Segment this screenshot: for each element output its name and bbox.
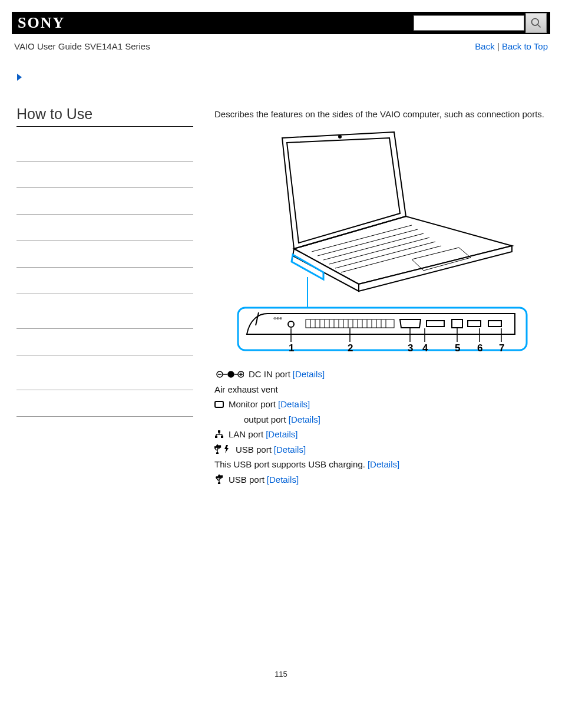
port-lan: LAN port [Details] xyxy=(214,427,550,442)
top-nav-links: Back | Back to Top xyxy=(475,41,548,51)
details-link[interactable]: [Details] xyxy=(293,367,325,382)
port-label: Air exhaust vent xyxy=(214,382,278,397)
details-link[interactable]: [Details] xyxy=(278,397,310,412)
svg-line-6 xyxy=(329,238,429,264)
back-to-top-link[interactable]: Back to Top xyxy=(502,41,548,51)
sidebar-item[interactable] xyxy=(16,294,193,329)
port-usb-charging-note: This USB port supports USB charging. [De… xyxy=(214,457,550,472)
port-air-exhaust: Air exhaust vent xyxy=(214,382,550,397)
svg-rect-50 xyxy=(215,401,223,407)
port-label: This USB port supports USB charging. xyxy=(214,457,365,472)
sidebar-item[interactable] xyxy=(16,268,193,294)
port-label: USB port xyxy=(236,442,272,457)
sidebar-item[interactable] xyxy=(16,355,193,390)
callout-3: 3 xyxy=(408,342,413,354)
search-button[interactable] xyxy=(525,13,547,33)
svg-point-63 xyxy=(219,483,220,485)
port-dc-in: DC IN port [Details] xyxy=(214,367,550,382)
sidebar-item[interactable] xyxy=(16,390,193,417)
details-link[interactable]: [Details] xyxy=(368,457,399,472)
search-icon xyxy=(530,17,542,29)
details-link[interactable]: [Details] xyxy=(289,412,320,427)
callout-4: 4 xyxy=(422,342,428,354)
sidebar-item[interactable] xyxy=(16,329,193,355)
callout-5: 5 xyxy=(455,342,460,354)
port-list: DC IN port [Details] Air exhaust vent Mo… xyxy=(214,367,550,487)
sidebar-heading: How to Use xyxy=(16,106,193,127)
callout-7: 7 xyxy=(499,342,504,354)
svg-point-0 xyxy=(532,19,539,26)
details-link[interactable]: [Details] xyxy=(267,472,299,487)
sidebar-item[interactable] xyxy=(16,188,193,215)
svg-line-5 xyxy=(323,233,424,260)
svg-point-2 xyxy=(339,136,341,138)
usb-charge-icon xyxy=(214,444,233,454)
chevron-right-icon xyxy=(15,73,550,82)
details-link[interactable]: [Details] xyxy=(266,427,297,442)
header-bar: SONY xyxy=(12,12,550,34)
monitor-icon xyxy=(214,401,226,408)
laptop-diagram: ⊖⊕⊕ xyxy=(235,131,530,355)
sidebar-item[interactable] xyxy=(16,215,193,241)
port-label: USB port xyxy=(229,472,265,487)
port-monitor: Monitor port [Details] xyxy=(214,397,550,412)
main-content: Describes the features on the sides of t… xyxy=(198,106,550,487)
usb-icon xyxy=(214,475,226,484)
sony-logo: SONY xyxy=(15,14,65,32)
guide-title: VAIO User Guide SVE14A1 Series xyxy=(14,41,150,51)
svg-rect-61 xyxy=(219,446,221,447)
sidebar-item[interactable] xyxy=(16,241,193,268)
svg-text:⊖⊕⊕: ⊖⊕⊕ xyxy=(273,317,282,320)
svg-rect-52 xyxy=(215,436,217,438)
sidebar-item[interactable] xyxy=(16,162,193,188)
svg-rect-51 xyxy=(218,430,220,433)
sidebar-item[interactable] xyxy=(16,135,193,162)
details-link[interactable]: [Details] xyxy=(274,442,306,457)
callout-1: 1 xyxy=(289,342,294,354)
svg-point-59 xyxy=(217,453,219,454)
callout-2: 2 xyxy=(348,342,353,354)
search-area xyxy=(414,13,547,33)
svg-rect-53 xyxy=(221,436,223,438)
svg-point-45 xyxy=(228,371,234,377)
svg-rect-65 xyxy=(221,476,223,477)
dc-in-icon xyxy=(214,370,246,378)
port-usb-charging: USB port [Details] xyxy=(214,442,550,457)
link-separator: | xyxy=(495,41,502,51)
lan-icon xyxy=(214,430,226,439)
port-label: Monitor port xyxy=(229,397,276,412)
callout-6: 6 xyxy=(477,342,482,354)
search-input[interactable] xyxy=(414,15,524,31)
port-output: output port [Details] xyxy=(214,412,550,427)
port-label: LAN port xyxy=(229,427,263,442)
svg-line-7 xyxy=(335,242,435,268)
port-label: output port xyxy=(244,412,286,427)
svg-point-60 xyxy=(214,447,216,449)
page-number: 115 xyxy=(12,670,550,678)
svg-point-64 xyxy=(216,477,218,479)
port-label: DC IN port xyxy=(249,367,290,382)
back-link[interactable]: Back xyxy=(475,41,494,51)
subheader: VAIO User Guide SVE14A1 Series Back | Ba… xyxy=(12,34,550,51)
port-usb: USB port [Details] xyxy=(214,472,550,487)
svg-line-1 xyxy=(538,25,541,28)
intro-text: Describes the features on the sides of t… xyxy=(214,109,550,119)
sidebar: How to Use xyxy=(12,106,198,487)
